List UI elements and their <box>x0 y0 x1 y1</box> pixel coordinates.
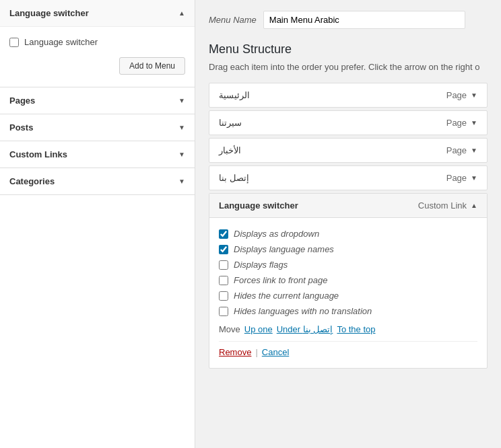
menu-item-2-type: Page ▼ <box>446 118 477 128</box>
expanded-item-title: Language switcher <box>219 200 298 211</box>
move-under-link[interactable]: Under إتصل بنا <box>277 324 333 334</box>
option-frontpage-checkbox[interactable] <box>219 276 228 285</box>
option-notranslation-label: Hides languages with no translation <box>234 306 372 316</box>
menu-item-1-chevron: ▼ <box>471 91 477 99</box>
option-current-label: Hides the current language <box>234 291 339 301</box>
option-dropdown-label: Displays as dropdown <box>234 229 319 239</box>
cancel-link[interactable]: Cancel <box>262 347 289 357</box>
accordion-categories-header[interactable]: Categories ▼ <box>0 168 195 194</box>
option-dropdown-checkbox[interactable] <box>219 229 228 239</box>
menu-name-row: Menu Name <box>209 11 488 29</box>
menu-item-1-label: الرئيسية <box>219 90 250 100</box>
add-to-menu-button[interactable]: Add to Menu <box>119 57 185 75</box>
option-names-checkbox[interactable] <box>219 245 228 254</box>
accordion-language-switcher-content: Language switcher Add to Menu <box>0 26 195 87</box>
menu-name-label: Menu Name <box>209 15 257 25</box>
option-flags-checkbox[interactable] <box>219 260 228 270</box>
accordion-pages: Pages ▼ <box>0 87 195 114</box>
menu-item-2-chevron: ▼ <box>471 119 477 126</box>
accordion-posts: Posts ▼ <box>0 114 195 141</box>
option-current-checkbox[interactable] <box>219 291 228 301</box>
accordion-pages-header[interactable]: Pages ▼ <box>0 87 195 114</box>
expanded-item-body: Displays as dropdown Displays language n… <box>209 218 487 368</box>
drag-hint: Drag each item into the order you prefer… <box>209 62 488 72</box>
menu-item-3-type: Page ▼ <box>446 145 477 155</box>
menu-item-3-label: الأخبار <box>219 145 241 155</box>
menu-item-1-type: Page ▼ <box>446 90 477 100</box>
menu-structure-title: Menu Structure <box>209 42 488 57</box>
accordion-posts-arrow: ▼ <box>178 124 185 131</box>
menu-item-3-chevron: ▼ <box>471 147 477 154</box>
action-row: Remove | Cancel <box>219 341 477 360</box>
option-flags: Displays flags <box>219 257 477 272</box>
accordion-categories-arrow: ▼ <box>178 178 185 185</box>
option-dropdown: Displays as dropdown <box>219 226 477 241</box>
right-panel: Menu Name Menu Structure Drag each item … <box>195 0 501 448</box>
option-current: Hides the current language <box>219 288 477 303</box>
language-switcher-checkbox[interactable] <box>9 38 19 47</box>
option-frontpage-label: Forces link to front page <box>234 275 327 285</box>
accordion-categories: Categories ▼ <box>0 168 195 195</box>
accordion-language-switcher-label: Language switcher <box>9 8 89 18</box>
option-frontpage: Forces link to front page <box>219 272 477 288</box>
expanded-item-chevron-up: ▲ <box>471 202 477 209</box>
option-names: Displays language names <box>219 241 477 257</box>
menu-item-4-type: Page ▼ <box>446 173 477 183</box>
menu-item-4-label: إتصل بنا <box>219 173 249 183</box>
menu-item-2-label: سيرتنا <box>219 118 242 128</box>
move-up-link[interactable]: Up one <box>244 324 273 334</box>
accordion-language-switcher-header[interactable]: Language switcher ▲ <box>0 0 195 26</box>
menu-item-1[interactable]: الرئيسية Page ▼ <box>209 83 488 108</box>
accordion-custom-links: Custom Links ▼ <box>0 141 195 168</box>
remove-link[interactable]: Remove <box>219 347 251 357</box>
accordion-pages-label: Pages <box>9 96 35 106</box>
left-panel: Language switcher ▲ Language switcher Ad… <box>0 0 195 448</box>
menu-item-2[interactable]: سيرتنا Page ▼ <box>209 110 488 135</box>
menu-item-4-chevron: ▼ <box>471 174 477 182</box>
menu-item-4[interactable]: إتصل بنا Page ▼ <box>209 165 488 190</box>
accordion-custom-links-label: Custom Links <box>9 149 67 159</box>
expanded-item-type: Custom Link ▲ <box>418 200 477 211</box>
accordion-custom-links-header[interactable]: Custom Links ▼ <box>0 141 195 167</box>
accordion-language-switcher: Language switcher ▲ Language switcher Ad… <box>0 0 195 87</box>
move-label: Move <box>219 324 240 334</box>
menu-name-input[interactable] <box>263 11 465 29</box>
move-top-link[interactable]: To the top <box>337 324 375 334</box>
move-row: Move Up one Under إتصل بنا To the top <box>219 319 477 337</box>
option-flags-label: Displays flags <box>234 260 288 270</box>
accordion-pages-arrow: ▼ <box>178 97 185 104</box>
option-notranslation-checkbox[interactable] <box>219 307 228 316</box>
accordion-language-switcher-arrow: ▲ <box>178 9 185 17</box>
expanded-item-header[interactable]: Language switcher Custom Link ▲ <box>209 194 487 218</box>
option-notranslation: Hides languages with no translation <box>219 303 477 319</box>
accordion-categories-label: Categories <box>9 176 55 186</box>
accordion-custom-links-arrow: ▼ <box>178 151 185 158</box>
option-names-label: Displays language names <box>234 244 334 254</box>
action-separator: | <box>254 347 259 357</box>
accordion-posts-label: Posts <box>9 122 33 133</box>
accordion-posts-header[interactable]: Posts ▼ <box>0 114 195 141</box>
language-switcher-checkbox-row: Language switcher <box>9 34 185 50</box>
menu-item-language-switcher-expanded: Language switcher Custom Link ▲ Displays… <box>209 193 488 369</box>
menu-item-3[interactable]: الأخبار Page ▼ <box>209 138 488 163</box>
language-switcher-checkbox-label: Language switcher <box>24 37 98 47</box>
